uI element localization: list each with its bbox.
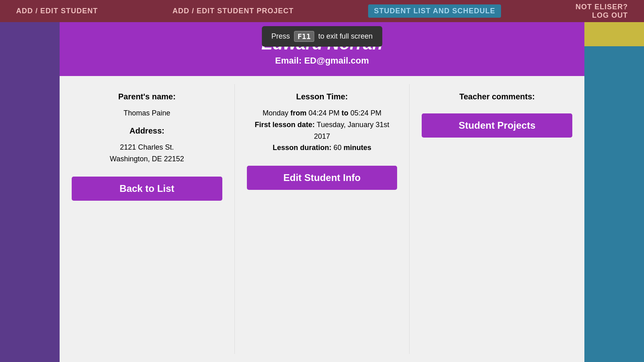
- nav-student-list[interactable]: STUDENT LIST AND SCHEDULE: [368, 4, 501, 18]
- lesson-duration-label: Lesson duration:: [273, 144, 331, 152]
- address-line2: Washington, DE 22152: [72, 153, 222, 165]
- minutes-label: minutes: [344, 144, 371, 152]
- press-text: Press: [271, 32, 290, 41]
- address-label: Address:: [72, 126, 222, 136]
- first-lesson-label: First lesson date:: [255, 121, 315, 129]
- email-label: Email:: [275, 56, 302, 66]
- lesson-duration-value: 60: [333, 144, 342, 152]
- back-to-list-button[interactable]: Back to List: [72, 177, 222, 201]
- address-line1: 2121 Charles St.: [72, 142, 222, 153]
- fullscreen-notice: Press F11 to exit full screen: [262, 26, 383, 47]
- student-email: Email: ED@gmail.com: [68, 56, 576, 66]
- to-time: 05:24 PM: [350, 109, 381, 117]
- from-time: 04:24 PM: [309, 109, 340, 117]
- logout-section: NOT ELISER? LOG OUT: [576, 3, 628, 20]
- modal-col-lesson: Lesson Time: Monday from 04:24 PM to 05:…: [235, 84, 410, 354]
- first-lesson-value: Tuesday, January 31st 2017: [314, 121, 389, 140]
- f11-key: F11: [294, 31, 315, 42]
- modal-col-parent: Parent's name: Thomas Paine Address: 212…: [60, 84, 235, 354]
- not-user-text: NOT ELISER?: [576, 3, 628, 11]
- lesson-day: Monday: [263, 109, 288, 117]
- edit-student-info-button[interactable]: Edit Student Info: [247, 166, 398, 190]
- logout-link[interactable]: LOG OUT: [576, 11, 628, 20]
- student-detail-modal: Edward Norrah Email: ED@gmail.com Parent…: [60, 22, 584, 362]
- nav-add-edit-project[interactable]: ADD / EDIT STUDENT PROJECT: [172, 7, 294, 15]
- parent-name: Thomas Paine: [72, 107, 222, 119]
- lesson-time-label: Lesson Time:: [247, 92, 398, 101]
- first-lesson: First lesson date: Tuesday, January 31st…: [247, 119, 398, 142]
- right-sidebar: [584, 22, 644, 362]
- teacher-comments-label: Teacher comments:: [422, 92, 572, 101]
- left-sidebar: [0, 22, 60, 362]
- nav-add-edit-student[interactable]: ADD / EDIT STUDENT: [16, 7, 98, 15]
- lesson-duration: Lesson duration: 60 minutes: [247, 142, 398, 154]
- student-projects-button[interactable]: Student Projects: [422, 113, 572, 138]
- top-nav: ADD / EDIT STUDENT ADD / EDIT STUDENT PR…: [0, 0, 644, 22]
- fullscreen-message: to exit full screen: [318, 32, 373, 41]
- from-label: from: [290, 109, 306, 117]
- parent-label: Parent's name:: [72, 92, 222, 101]
- modal-body: Parent's name: Thomas Paine Address: 212…: [60, 76, 584, 362]
- email-value: ED@gmail.com: [304, 56, 369, 66]
- to-label: to: [342, 109, 348, 117]
- right-sidebar-top: [584, 22, 644, 46]
- lesson-time-value: Monday from 04:24 PM to 05:24 PM: [247, 107, 398, 119]
- modal-col-comments: Teacher comments: Student Projects: [410, 84, 584, 354]
